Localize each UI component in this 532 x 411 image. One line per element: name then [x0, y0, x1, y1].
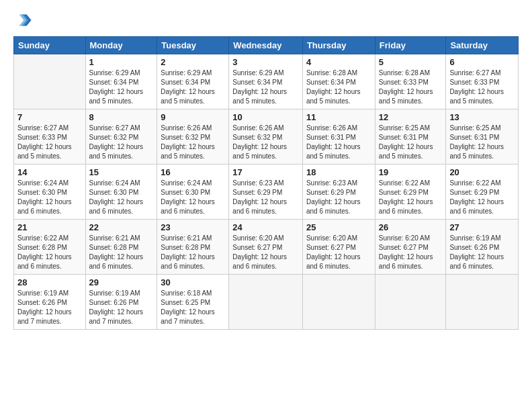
- calendar-cell: 8Sunrise: 6:27 AM Sunset: 6:32 PM Daylig…: [85, 109, 157, 165]
- day-number: 30: [161, 277, 225, 287]
- day-number: 24: [232, 222, 299, 232]
- day-info: Sunrise: 6:28 AM Sunset: 6:34 PM Dayligh…: [306, 68, 371, 106]
- day-info: Sunrise: 6:22 AM Sunset: 6:28 PM Dayligh…: [17, 234, 82, 271]
- calendar-cell: 22Sunrise: 6:21 AM Sunset: 6:28 PM Dayli…: [85, 220, 157, 275]
- calendar-cell: 6Sunrise: 6:27 AM Sunset: 6:33 PM Daylig…: [446, 54, 519, 109]
- calendar-week-row: 1Sunrise: 6:29 AM Sunset: 6:34 PM Daylig…: [14, 54, 519, 109]
- day-info: Sunrise: 6:20 AM Sunset: 6:27 PM Dayligh…: [379, 234, 443, 271]
- calendar-cell: 14Sunrise: 6:24 AM Sunset: 6:30 PM Dayli…: [14, 165, 86, 220]
- col-tuesday: Tuesday: [157, 37, 229, 54]
- day-number: 10: [232, 112, 299, 122]
- calendar-cell: 5Sunrise: 6:28 AM Sunset: 6:33 PM Daylig…: [375, 54, 446, 109]
- day-number: 1: [89, 57, 154, 67]
- calendar-cell: 4Sunrise: 6:28 AM Sunset: 6:34 PM Daylig…: [302, 54, 375, 109]
- day-info: Sunrise: 6:25 AM Sunset: 6:31 PM Dayligh…: [449, 124, 515, 161]
- calendar-cell: [302, 275, 375, 330]
- day-info: Sunrise: 6:29 AM Sunset: 6:34 PM Dayligh…: [161, 68, 225, 106]
- calendar-cell: [229, 275, 303, 330]
- page-header: [13, 11, 519, 30]
- day-info: Sunrise: 6:19 AM Sunset: 6:26 PM Dayligh…: [449, 234, 515, 271]
- day-number: 17: [232, 167, 299, 177]
- day-info: Sunrise: 6:19 AM Sunset: 6:26 PM Dayligh…: [89, 289, 154, 326]
- day-info: Sunrise: 6:24 AM Sunset: 6:30 PM Dayligh…: [89, 179, 154, 216]
- day-info: Sunrise: 6:23 AM Sunset: 6:29 PM Dayligh…: [306, 179, 371, 216]
- day-info: Sunrise: 6:26 AM Sunset: 6:32 PM Dayligh…: [232, 124, 299, 161]
- calendar-cell: 29Sunrise: 6:19 AM Sunset: 6:26 PM Dayli…: [85, 275, 157, 330]
- logo-icon: [13, 11, 32, 30]
- day-info: Sunrise: 6:21 AM Sunset: 6:28 PM Dayligh…: [89, 234, 154, 271]
- day-number: 22: [89, 222, 154, 232]
- calendar-cell: 10Sunrise: 6:26 AM Sunset: 6:32 PM Dayli…: [229, 109, 303, 165]
- day-number: 12: [379, 112, 443, 122]
- calendar-cell: 13Sunrise: 6:25 AM Sunset: 6:31 PM Dayli…: [446, 109, 519, 165]
- day-number: 5: [379, 57, 443, 67]
- day-number: 16: [161, 167, 225, 177]
- logo: [13, 11, 35, 30]
- day-info: Sunrise: 6:26 AM Sunset: 6:31 PM Dayligh…: [306, 124, 371, 161]
- calendar-cell: 20Sunrise: 6:22 AM Sunset: 6:29 PM Dayli…: [446, 165, 519, 220]
- calendar-week-row: 21Sunrise: 6:22 AM Sunset: 6:28 PM Dayli…: [14, 220, 519, 275]
- day-info: Sunrise: 6:27 AM Sunset: 6:33 PM Dayligh…: [17, 124, 82, 161]
- day-info: Sunrise: 6:21 AM Sunset: 6:28 PM Dayligh…: [161, 234, 225, 271]
- calendar-body: 1Sunrise: 6:29 AM Sunset: 6:34 PM Daylig…: [14, 54, 519, 330]
- calendar-cell: 17Sunrise: 6:23 AM Sunset: 6:29 PM Dayli…: [229, 165, 303, 220]
- day-number: 11: [306, 112, 371, 122]
- calendar-cell: 23Sunrise: 6:21 AM Sunset: 6:28 PM Dayli…: [157, 220, 229, 275]
- calendar-cell: [375, 275, 446, 330]
- calendar-cell: 3Sunrise: 6:29 AM Sunset: 6:34 PM Daylig…: [229, 54, 303, 109]
- calendar-cell: 2Sunrise: 6:29 AM Sunset: 6:34 PM Daylig…: [157, 54, 229, 109]
- calendar-cell: 28Sunrise: 6:19 AM Sunset: 6:26 PM Dayli…: [14, 275, 86, 330]
- calendar-cell: [14, 54, 86, 109]
- day-number: 6: [449, 57, 515, 67]
- day-number: 27: [449, 222, 515, 232]
- day-number: 9: [161, 112, 225, 122]
- col-friday: Friday: [375, 37, 446, 54]
- calendar-week-row: 28Sunrise: 6:19 AM Sunset: 6:26 PM Dayli…: [14, 275, 519, 330]
- calendar-cell: 27Sunrise: 6:19 AM Sunset: 6:26 PM Dayli…: [446, 220, 519, 275]
- calendar-week-row: 7Sunrise: 6:27 AM Sunset: 6:33 PM Daylig…: [14, 109, 519, 165]
- day-number: 4: [306, 57, 371, 67]
- calendar-cell: 11Sunrise: 6:26 AM Sunset: 6:31 PM Dayli…: [302, 109, 375, 165]
- day-number: 25: [306, 222, 371, 232]
- col-wednesday: Wednesday: [229, 37, 303, 54]
- calendar-cell: 25Sunrise: 6:20 AM Sunset: 6:27 PM Dayli…: [302, 220, 375, 275]
- day-info: Sunrise: 6:20 AM Sunset: 6:27 PM Dayligh…: [232, 234, 299, 271]
- col-saturday: Saturday: [446, 37, 519, 54]
- day-number: 8: [89, 112, 154, 122]
- calendar-cell: 26Sunrise: 6:20 AM Sunset: 6:27 PM Dayli…: [375, 220, 446, 275]
- day-info: Sunrise: 6:27 AM Sunset: 6:32 PM Dayligh…: [89, 124, 154, 161]
- calendar-cell: 30Sunrise: 6:18 AM Sunset: 6:25 PM Dayli…: [157, 275, 229, 330]
- calendar-cell: 21Sunrise: 6:22 AM Sunset: 6:28 PM Dayli…: [14, 220, 86, 275]
- col-thursday: Thursday: [302, 37, 375, 54]
- calendar-cell: [446, 275, 519, 330]
- calendar-cell: 24Sunrise: 6:20 AM Sunset: 6:27 PM Dayli…: [229, 220, 303, 275]
- day-info: Sunrise: 6:20 AM Sunset: 6:27 PM Dayligh…: [306, 234, 371, 271]
- day-number: 15: [89, 167, 154, 177]
- day-info: Sunrise: 6:24 AM Sunset: 6:30 PM Dayligh…: [161, 179, 225, 216]
- day-info: Sunrise: 6:28 AM Sunset: 6:33 PM Dayligh…: [379, 68, 443, 106]
- day-info: Sunrise: 6:23 AM Sunset: 6:29 PM Dayligh…: [232, 179, 299, 216]
- day-info: Sunrise: 6:22 AM Sunset: 6:29 PM Dayligh…: [379, 179, 443, 216]
- day-info: Sunrise: 6:26 AM Sunset: 6:32 PM Dayligh…: [161, 124, 225, 161]
- day-number: 20: [449, 167, 515, 177]
- day-info: Sunrise: 6:29 AM Sunset: 6:34 PM Dayligh…: [232, 68, 299, 106]
- day-number: 29: [89, 277, 154, 287]
- day-number: 7: [17, 112, 82, 122]
- day-info: Sunrise: 6:18 AM Sunset: 6:25 PM Dayligh…: [161, 289, 225, 326]
- calendar-cell: 15Sunrise: 6:24 AM Sunset: 6:30 PM Dayli…: [85, 165, 157, 220]
- calendar-week-row: 14Sunrise: 6:24 AM Sunset: 6:30 PM Dayli…: [14, 165, 519, 220]
- day-info: Sunrise: 6:19 AM Sunset: 6:26 PM Dayligh…: [17, 289, 82, 326]
- day-info: Sunrise: 6:24 AM Sunset: 6:30 PM Dayligh…: [17, 179, 82, 216]
- calendar-table: Sunday Monday Tuesday Wednesday Thursday…: [13, 36, 519, 330]
- calendar-cell: 1Sunrise: 6:29 AM Sunset: 6:34 PM Daylig…: [85, 54, 157, 109]
- day-info: Sunrise: 6:25 AM Sunset: 6:31 PM Dayligh…: [379, 124, 443, 161]
- day-info: Sunrise: 6:22 AM Sunset: 6:29 PM Dayligh…: [449, 179, 515, 216]
- day-number: 19: [379, 167, 443, 177]
- calendar-cell: 12Sunrise: 6:25 AM Sunset: 6:31 PM Dayli…: [375, 109, 446, 165]
- day-number: 18: [306, 167, 371, 177]
- col-monday: Monday: [85, 37, 157, 54]
- calendar-cell: 16Sunrise: 6:24 AM Sunset: 6:30 PM Dayli…: [157, 165, 229, 220]
- day-number: 26: [379, 222, 443, 232]
- day-number: 23: [161, 222, 225, 232]
- calendar-cell: 9Sunrise: 6:26 AM Sunset: 6:32 PM Daylig…: [157, 109, 229, 165]
